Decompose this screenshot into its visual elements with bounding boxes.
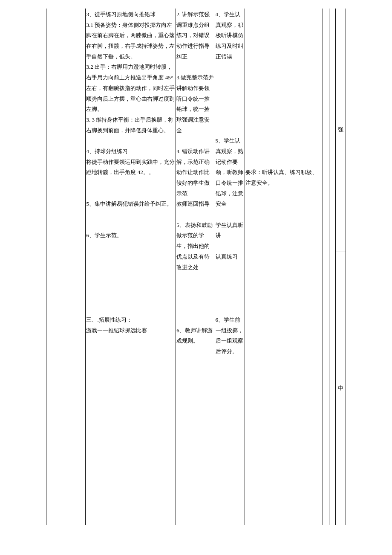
col-blank-1 [323,9,329,525]
col-requirement: 要求：听讲认真、练习积极、注意安全。 [245,9,323,525]
col-blank-2 [329,9,336,525]
col-teacher: 2. 讲解示范强调重难点分组练习，对错误动作进行指导纠正 3.做完整示范并讲解动… [176,9,215,525]
col-content: 3、徒手练习原地侧向推铅球 3.1 预备姿势：身体侧对投掷方向左脚在前右脚在后，… [86,9,176,525]
lesson-plan-table: 3、徒手练习原地侧向推铅球 3.1 预备姿势：身体侧对投掷方向左脚在前右脚在后，… [46,9,346,525]
col-phase [46,9,86,525]
intensity-strong: 强 [336,9,346,252]
col-student: 4、学生认真观察，积极听讲模仿练习及时纠正错误 5、学生认真观察，熟记动作要领，… [215,9,245,525]
intensity-medium: 中 [336,252,346,525]
